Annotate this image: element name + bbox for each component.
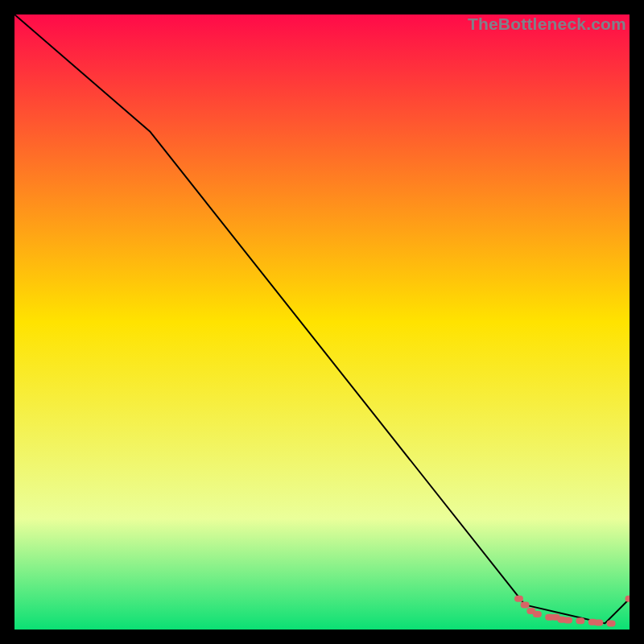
chart-svg — [14, 14, 630, 630]
marker-point — [533, 611, 542, 617]
marker-point — [594, 620, 603, 626]
marker-point — [564, 617, 572, 624]
gradient-background — [14, 14, 630, 630]
chart-plot: TheBottleneck.com — [14, 14, 630, 630]
marker-point — [607, 620, 616, 626]
marker-point — [576, 617, 584, 624]
marker-point — [521, 601, 530, 608]
marker-point — [514, 596, 523, 602]
watermark-text: TheBottleneck.com — [468, 14, 626, 34]
